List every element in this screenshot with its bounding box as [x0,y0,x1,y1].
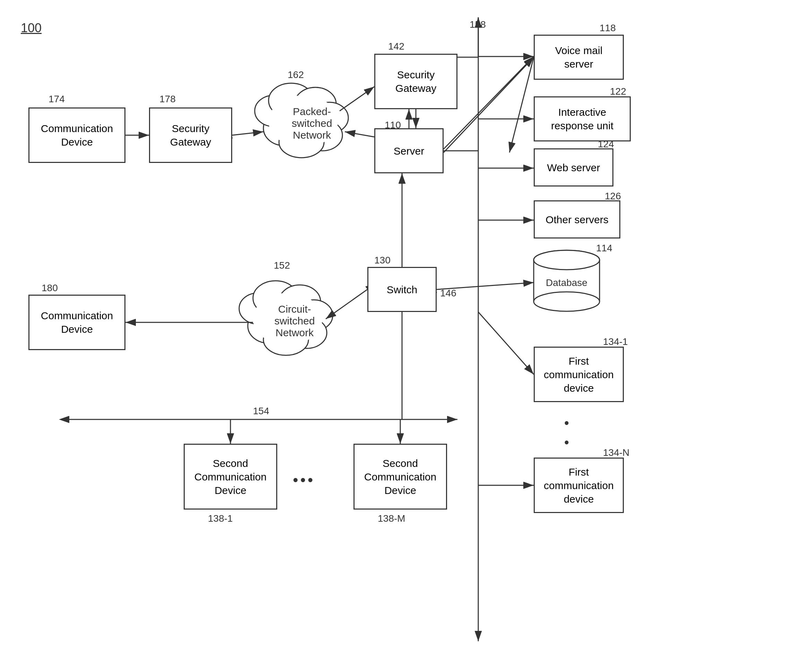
ref-138-1: 138-1 [208,513,233,524]
svg-point-15 [253,281,298,316]
ref-130: 130 [374,255,390,266]
dots-138: ••• [293,471,315,489]
diagram: 100 174 178 162 142 158 110 118 122 124 … [0,0,812,660]
second-comm-device-138-1: SecondCommunicationDevice [184,444,277,509]
ref-142: 142 [388,41,404,52]
ref-134-1: 134-1 [603,336,628,347]
svg-point-54 [534,250,599,270]
svg-point-20 [253,293,322,345]
svg-line-22 [232,132,263,135]
svg-line-41 [478,312,534,374]
ref-162: 162 [288,69,304,81]
svg-point-16 [279,285,320,318]
security-gateway-142: SecurityGateway [374,54,457,109]
svg-point-9 [302,120,343,151]
packed-switched-cloud [255,83,348,158]
ref-152: 152 [274,260,290,271]
security-gateway-178: SecurityGateway [149,108,232,163]
ref-118: 118 [599,22,616,33]
database-114: Database [530,249,603,312]
circuit-switched-label: Circuit-switchedNetwork [260,303,329,339]
svg-line-30 [509,57,534,152]
diagram-title: 100 [21,21,41,35]
ref-122: 122 [610,86,626,97]
voice-mail-server-118: Voice mailserver [534,35,624,80]
svg-point-4 [263,111,305,146]
svg-point-53 [534,292,599,311]
iru-122: Interactiveresponse unit [534,96,631,141]
first-comm-device-134-n: Firstcommunicationdevice [534,458,624,513]
ref-180: 180 [41,282,58,294]
ref-158: 158 [469,19,486,30]
ref-138-m: 138-M [378,513,405,524]
circuit-switched-cloud [239,281,333,355]
svg-line-24 [345,132,374,137]
web-server-124: Web server [534,148,614,187]
ref-154: 154 [253,406,269,417]
ref-146: 146 [440,288,457,299]
svg-line-42 [326,289,367,319]
switch-130: Switch [367,267,437,312]
svg-point-7 [295,87,336,121]
ref-178: 178 [159,94,176,105]
ref-134-n: 134-N [603,447,630,458]
svg-point-17 [295,300,333,331]
svg-point-5 [255,95,293,127]
svg-point-19 [263,324,308,355]
svg-point-6 [269,83,314,118]
other-servers-126: Other servers [534,200,620,238]
svg-text:Database: Database [546,277,587,288]
first-comm-device-134-1: Firstcommunicationdevice [534,347,624,402]
second-comm-device-138-m: SecondCommunicationDevice [354,444,447,509]
communication-device-180: CommunicationDevice [29,295,125,350]
svg-point-14 [239,293,277,324]
svg-point-8 [310,102,348,133]
svg-point-18 [287,317,327,348]
ref-174: 174 [49,94,65,105]
packed-switched-label: Packed-switchedNetwork [277,106,347,141]
communication-device-174: CommunicationDevice [29,108,125,163]
svg-point-11 [269,95,338,148]
svg-point-3 [281,100,329,139]
server-110: Server [374,128,444,173]
svg-point-13 [248,308,289,343]
svg-point-10 [279,127,324,158]
svg-line-23 [339,87,374,111]
svg-point-12 [265,298,314,336]
